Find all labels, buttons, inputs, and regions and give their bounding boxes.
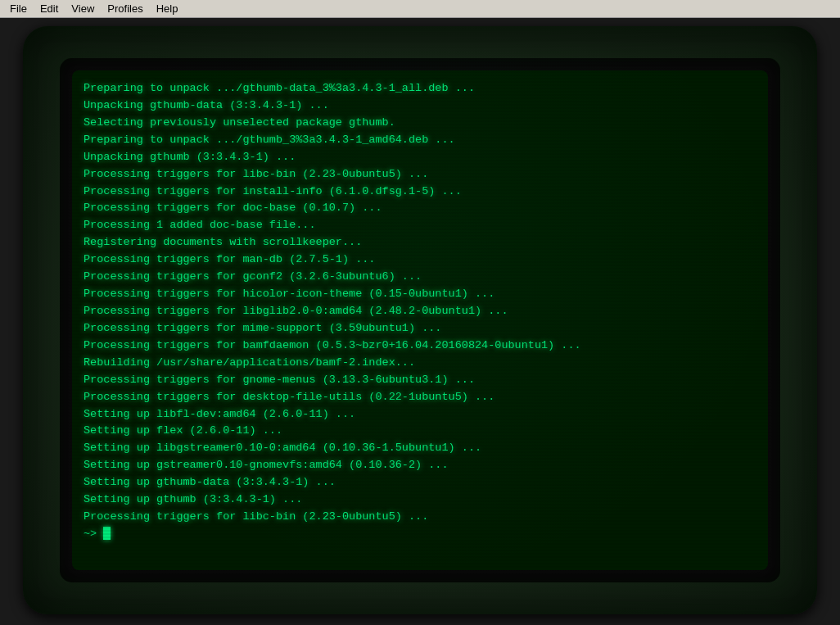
screen-bezel: Preparing to unpack .../gthumb-data_3%3a… (60, 58, 780, 582)
menu-edit[interactable]: Edit (34, 1, 65, 16)
monitor-frame: Preparing to unpack .../gthumb-data_3%3a… (23, 26, 817, 614)
menu-file[interactable]: File (3, 1, 34, 16)
menu-view[interactable]: View (65, 1, 101, 16)
terminal-screen[interactable]: Preparing to unpack .../gthumb-data_3%3a… (72, 70, 768, 570)
menubar: File Edit View Profiles Help (0, 0, 840, 18)
terminal-output: Preparing to unpack .../gthumb-data_3%3a… (84, 80, 756, 543)
terminal-cursor (103, 527, 111, 540)
menu-help[interactable]: Help (150, 1, 185, 16)
menu-profiles[interactable]: Profiles (101, 1, 149, 16)
